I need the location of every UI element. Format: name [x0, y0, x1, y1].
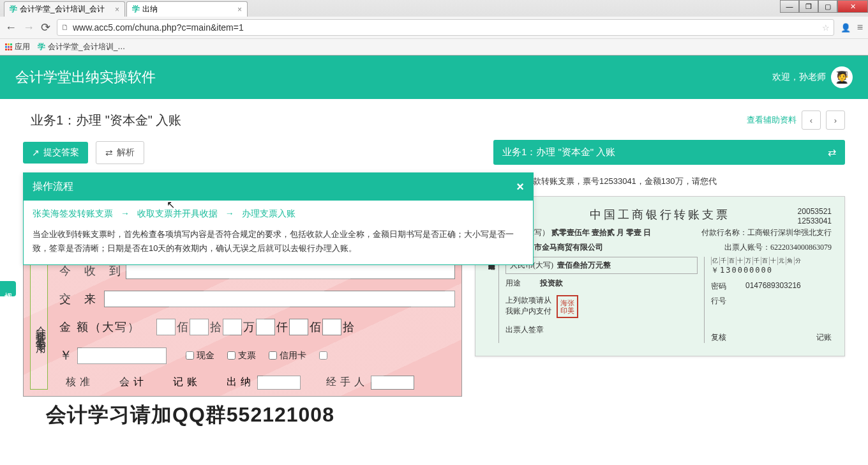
amount-box[interactable] — [289, 319, 308, 335]
receipt-form: 会计学堂教学专用 今 收 到 交 来 金 额（大写） 佰 拾 万 仟 佰 — [23, 255, 462, 397]
swap-icon[interactable]: ⇄ — [828, 146, 836, 158]
amount-box[interactable] — [322, 319, 341, 335]
bookmark-star-icon[interactable]: ☆ — [822, 23, 830, 33]
window-maximize[interactable]: ▢ — [818, 0, 837, 13]
receipt-side-label: 会计学堂教学专用 — [30, 263, 48, 390]
validity-label: 付款期限自出票之日起十天 — [488, 257, 499, 343]
receipt-footer: 核准 会计 记账 出纳 经手人 — [66, 376, 455, 390]
bookkeep-label: 记账 — [173, 376, 201, 387]
menu-icon[interactable]: ≡ — [857, 22, 863, 33]
task-banner: 业务1：办理 "资本金" 入账 ⇄ — [493, 140, 845, 165]
browser-tab-0[interactable]: 学 会计学堂_会计培训_会计 × — [4, 1, 125, 17]
reload-icon[interactable]: ⟳ — [41, 20, 50, 34]
from-input[interactable] — [104, 291, 455, 307]
handler-input[interactable] — [371, 376, 414, 390]
pay-card[interactable]: 信用卡 — [269, 350, 306, 362]
rmb-value: 壹佰叁拾万元整 — [557, 260, 693, 271]
process-popup: 操作流程 × 张美海签发转账支票 → 收取支票并开具收据 → 办理支票入账 当企… — [23, 172, 534, 265]
next-task-button[interactable]: › — [826, 111, 845, 130]
digit-value: ￥130000000 — [711, 265, 832, 276]
welcome-text: 欢迎，孙老师 — [772, 72, 826, 83]
favicon-icon: 学 — [132, 4, 140, 15]
popup-header: 操作流程 × — [24, 173, 533, 201]
checkbox[interactable] — [186, 351, 194, 360]
submit-label: 提交答案 — [43, 147, 79, 158]
amount-box[interactable] — [256, 319, 275, 335]
arrow-icon: → — [225, 208, 234, 218]
analysis-button[interactable]: ⇄ 解析 — [96, 141, 144, 164]
window-close[interactable]: ✕ — [837, 0, 868, 13]
amount-box[interactable] — [156, 319, 176, 335]
unit: 仟 — [276, 319, 288, 335]
close-icon[interactable]: × — [115, 5, 119, 14]
window-minimize[interactable]: — — [780, 0, 799, 13]
popup-desc: 当企业收到转账支票时，首先检查各项填写内容是否符合规定的要求，包括收款人企业全称… — [24, 227, 533, 264]
seal-stamp: 海张 印美 — [557, 295, 578, 318]
account-value: 6222034000863079 — [770, 243, 832, 252]
profile-icon[interactable]: 👤 — [841, 23, 851, 33]
back-icon[interactable]: ← — [5, 21, 17, 34]
signer-label: 出票人签章 — [505, 324, 544, 335]
apps-shortcut[interactable]: 应用 — [5, 42, 30, 52]
tab-title: 出纳 — [142, 4, 234, 15]
pay-cash[interactable]: 现金 — [186, 350, 214, 362]
checkbox[interactable] — [269, 351, 277, 360]
check-code1: 20053521 — [798, 207, 832, 217]
cashier-label: 出纳 — [227, 376, 255, 387]
step-link-3[interactable]: 办理支票入账 — [242, 208, 296, 218]
aux-materials-link[interactable]: 查看辅助资料 — [747, 114, 797, 126]
close-icon[interactable]: × — [237, 5, 242, 14]
app-title: 会计学堂出纳实操软件 — [15, 68, 156, 87]
payment-methods: 现金 支票 信用卡 — [186, 350, 327, 362]
prev-task-button[interactable]: ‹ — [802, 111, 821, 130]
popup-close-icon[interactable]: × — [516, 179, 524, 194]
task-title: 业务1：办理 "资本金" 入账 — [31, 112, 181, 129]
checkbox[interactable] — [319, 351, 327, 360]
unit: 万 — [243, 319, 255, 335]
bookmark-item[interactable]: 学 会计学堂_会计培训_… — [38, 42, 125, 52]
welcome-block: 欢迎，孙老师 🧑‍🎓 — [772, 66, 853, 88]
bank-value: 工商银行深圳华强北支行 — [747, 228, 832, 237]
browser-chrome: — ❐ ▢ ✕ 学 会计学堂_会计培训_会计 × 学 出纳 × ← → ⟳ 🗋 … — [0, 0, 868, 56]
purpose-label: 用途 — [505, 278, 540, 289]
link-icon: ⇄ — [105, 148, 113, 158]
tab-bar: 学 会计学堂_会计培训_会计 × 学 出纳 × — [0, 0, 868, 17]
step-link-1[interactable]: 张美海签发转账支票 — [33, 208, 113, 218]
submit-button[interactable]: ↗ 提交答案 — [23, 142, 88, 164]
pay-other[interactable] — [319, 350, 327, 362]
line-label: 行号 — [711, 296, 745, 307]
browser-tab-1[interactable]: 学 出纳 × — [126, 1, 248, 17]
url-box[interactable]: 🗋 ☆ — [57, 19, 834, 36]
purpose-value: 投资款 — [540, 278, 563, 289]
handler-label: 经手人 — [326, 376, 368, 387]
amount-box[interactable] — [190, 319, 209, 335]
unit: 拾 — [210, 319, 221, 335]
amount-box[interactable] — [223, 319, 242, 335]
check-title: 中国工商银行转账支票 — [590, 207, 730, 222]
window-controls: — ❐ ▢ ✕ — [780, 0, 868, 13]
currency-input[interactable] — [77, 347, 167, 364]
page-icon: 🗋 — [61, 23, 69, 32]
reviewer-label: 复核 — [711, 332, 726, 343]
pay-check[interactable]: 支票 — [227, 350, 256, 362]
window-restore[interactable]: ❐ — [799, 0, 818, 13]
app-header: 会计学堂出纳实操软件 欢迎，孙老师 🧑‍🎓 — [0, 56, 868, 99]
note1: 上列款项请从 — [505, 295, 551, 306]
avatar[interactable]: 🧑‍🎓 — [831, 66, 853, 88]
unit: 佰 — [310, 319, 321, 335]
unit: 佰 — [177, 319, 188, 335]
task-nav: 查看辅助资料 ‹ › — [747, 111, 845, 130]
switch-doc-tab[interactable]: 切换单据 — [0, 281, 16, 296]
unit: 拾 — [343, 319, 354, 335]
arrow-icon: → — [121, 208, 130, 218]
apps-label: 应用 — [15, 42, 30, 52]
tab-title: 会计学堂_会计培训_会计 — [20, 4, 111, 15]
url-input[interactable] — [73, 22, 818, 33]
from-label: 交 来 — [59, 291, 104, 307]
step-link-2[interactable]: 收取支票并开具收据 — [137, 208, 218, 218]
checkbox[interactable] — [227, 351, 236, 360]
forward-icon[interactable]: → — [23, 21, 34, 34]
accountant-label: 会计 — [119, 376, 147, 387]
currency-label: ￥ — [59, 347, 72, 364]
cashier-input[interactable] — [257, 376, 301, 390]
